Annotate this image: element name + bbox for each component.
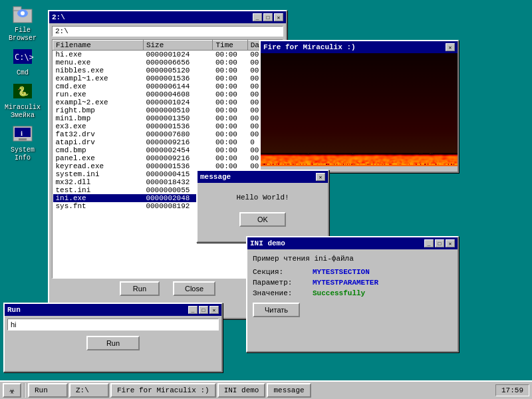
file-name: test.ini [53,186,144,194]
run-input[interactable] [7,319,219,331]
svg-text:i: i [21,129,23,137]
taskbar-item-fire[interactable]: Fire for Miraculix :) [110,383,216,398]
file-name: hi.exe [53,51,144,59]
ini-maximize[interactable]: □ [435,239,444,247]
table-row[interactable]: atapi.drv 0000009216 00:00 0 [53,138,283,146]
ini-value-param: MYTESTPARAMETER [313,279,378,287]
cmd-label: Cmd [17,69,29,77]
run-close[interactable]: ✕ [209,306,219,314]
file-name: ex3.exe [53,122,144,130]
col-time: Time [213,41,247,51]
table-row[interactable]: panel.exe 0000009216 00:00 00.0 [53,154,283,162]
taskbar-start[interactable]: ☣ [3,383,21,398]
table-row[interactable]: min1.bmp 0000001350 00:00 00.0 [53,114,283,122]
file-browser-icon [12,4,33,25]
file-time: 00:00 [213,66,247,74]
file-time: 00:00 [213,154,247,162]
file-browser-titlebar[interactable]: 2:\ _ □ ✕ [49,11,286,23]
message-close[interactable]: ✕ [316,173,325,181]
file-browser-close[interactable]: ✕ [274,13,283,21]
taskbar-item-message[interactable]: message [267,383,311,398]
file-size: 0000004608 [143,90,213,98]
taskbar-item-run[interactable]: Run [28,383,68,398]
start-icon: ☣ [9,385,15,396]
svg-rect-10 [19,138,27,140]
sidebar-icon-cmd[interactable]: C:\> Cmd [1,45,44,78]
miraculix-label: MiraculixЗмейка [5,104,41,120]
ini-demo-title: INI demo [250,239,285,247]
taskbar-item-ini[interactable]: INI demo [217,383,266,398]
run-titlebar[interactable]: Run _ □ ✕ [5,304,221,316]
table-row[interactable]: exampl~2.exe 0000001024 00:00 00.0 [53,98,283,106]
file-size: 0000001536 [143,122,213,130]
file-time: 00:00 [213,106,247,114]
file-name: run.exe [53,90,144,98]
file-time: 00:00 [213,82,247,90]
file-name: system.ini [53,170,144,178]
table-row[interactable]: ex3.exe 0000001536 00:00 00.0 [53,122,283,130]
file-size: 0000006656 [143,59,213,66]
run-execute-button[interactable]: Run [86,336,140,350]
file-browser-minimize[interactable]: _ [253,13,262,21]
ini-minimize[interactable]: _ [424,239,434,247]
file-size: 0000005120 [143,66,213,74]
table-row[interactable]: run.exe 0000004608 00:00 00.0 [53,90,283,98]
run-buttons: Run [7,336,219,350]
file-size: 0000002454 [143,146,213,154]
table-row[interactable]: exampl~1.exe 0000001536 00:00 00.0 [53,74,283,82]
run-minimize[interactable]: _ [188,306,198,314]
ini-label-section: Секция: [253,268,313,276]
table-row[interactable]: right.bmp 0000000510 00:00 00.0 [53,106,283,114]
file-name: right.bmp [53,106,144,114]
table-row[interactable]: hi.exe 0000001024 00:00 00.0 [53,51,283,59]
file-time: 00:00 [213,74,247,82]
file-browser-maximize[interactable]: □ [263,13,273,21]
run-maximize[interactable]: □ [199,306,208,314]
sidebar-icon-system-info[interactable]: i System Info [1,122,44,164]
file-name: panel.exe [53,154,144,162]
message-dialog: message ✕ Hello World! OK [196,170,329,243]
taskbar-item-z[interactable]: Z:\ [69,383,109,398]
col-filename: Filename [53,41,144,51]
svg-text:C:\>: C:\> [15,53,33,62]
message-titlebar[interactable]: message ✕ [198,171,328,183]
sidebar-icon-miraculix[interactable]: 🐍 MiraculixЗмейка [1,80,44,121]
fire-titlebar[interactable]: Fire for Miraculix :) ✕ [261,41,458,53]
fire-controls: ✕ [446,43,455,51]
ini-demo-titlebar[interactable]: INI demo _ □ ✕ [247,237,458,249]
system-info-label: System Info [3,146,43,162]
fire-title: Fire for Miraculix :) [263,43,356,51]
run-content: Run [5,316,221,353]
table-row[interactable]: fat32.drv 0000007680 00:00 00.0 [53,130,283,138]
table-row[interactable]: cmd.exe 0000006144 00:00 00.0 [53,82,283,90]
run-button[interactable]: Run [120,281,160,296]
fire-close[interactable]: ✕ [446,43,455,51]
file-size: 0000009216 [143,138,213,146]
ini-demo-controls: _ □ ✕ [424,239,455,247]
file-time: 00:00 [213,122,247,130]
file-name: sys.fnt [53,202,144,210]
taskbar-clock: 17:59 [495,384,529,396]
ok-button[interactable]: OK [239,212,286,227]
col-size: Size [143,41,213,51]
run-controls: _ □ ✕ [188,306,219,314]
table-row[interactable]: nibbles.exe 0000005120 00:00 00.0 [53,66,283,74]
file-name: nibbles.exe [53,66,144,74]
close-button[interactable]: Close [173,281,215,296]
file-time: 00:00 [213,90,247,98]
file-name: keyread.exe [53,162,144,170]
sidebar-icon-file-browser[interactable]: File Browser [1,3,44,44]
file-size: 0000007680 [143,130,213,138]
read-button[interactable]: Читать [253,303,300,317]
ini-close[interactable]: ✕ [446,239,455,247]
file-name: menu.exe [53,59,144,66]
file-size: 0000001536 [143,74,213,82]
file-name: fat32.drv [53,130,144,138]
ini-demo-window: INI demo _ □ ✕ Пример чтения ini-файла С… [246,236,459,352]
table-row[interactable]: menu.exe 0000006656 00:00 00.0 [53,59,283,66]
file-name: exampl~1.exe [53,74,144,82]
file-name: ini.exe [53,194,144,202]
file-name: cmd.bmp [53,146,144,154]
file-name: exampl~2.exe [53,98,144,106]
table-row[interactable]: cmd.bmp 0000002454 00:00 00.0 [53,146,283,154]
